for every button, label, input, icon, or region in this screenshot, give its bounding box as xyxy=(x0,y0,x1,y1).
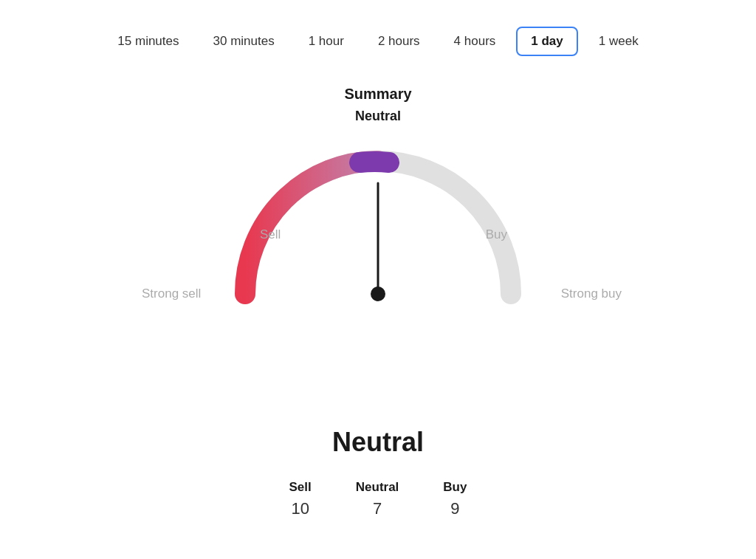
stat-item-buy: Buy9 xyxy=(443,480,467,518)
time-btn-1-hour[interactable]: 1 hour xyxy=(295,28,357,55)
strong-buy-label: Strong buy xyxy=(561,287,622,301)
summary-section: Summary Neutral Strong sell Sell Buy Str… xyxy=(30,86,726,518)
time-btn-4-hours[interactable]: 4 hours xyxy=(441,28,509,55)
stat-item-sell: Sell10 xyxy=(289,480,312,518)
stat-label: Sell xyxy=(289,480,312,495)
time-btn-1-week[interactable]: 1 week xyxy=(585,28,652,55)
time-btn-2-hours[interactable]: 2 hours xyxy=(365,28,433,55)
main-container: 15 minutes30 minutes1 hour2 hours4 hours… xyxy=(0,12,756,548)
stat-item-neutral: Neutral7 xyxy=(356,480,399,518)
time-btn-15-minutes[interactable]: 15 minutes xyxy=(104,28,192,55)
stat-label: Buy xyxy=(443,480,467,495)
stat-value: 10 xyxy=(291,499,309,518)
buy-label: Buy xyxy=(486,227,507,242)
summary-title: Summary xyxy=(344,86,411,103)
stat-value: 7 xyxy=(373,499,382,518)
strong-sell-label: Strong sell xyxy=(142,287,201,301)
stat-label: Neutral xyxy=(356,480,399,495)
stats-row: Sell10Neutral7Buy9 xyxy=(289,480,467,518)
neutral-result: Neutral xyxy=(332,427,424,458)
stat-value: 9 xyxy=(450,499,459,518)
sell-label: Sell xyxy=(260,227,281,242)
time-btn-30-minutes[interactable]: 30 minutes xyxy=(200,28,288,55)
time-btn-1-day[interactable]: 1 day xyxy=(516,27,577,56)
gauge-wrapper: Strong sell Sell Buy Strong buy xyxy=(120,139,636,419)
time-selector: 15 minutes30 minutes1 hour2 hours4 hours… xyxy=(30,27,726,56)
neutral-label-top: Neutral xyxy=(355,109,401,124)
svg-point-1 xyxy=(371,287,385,301)
